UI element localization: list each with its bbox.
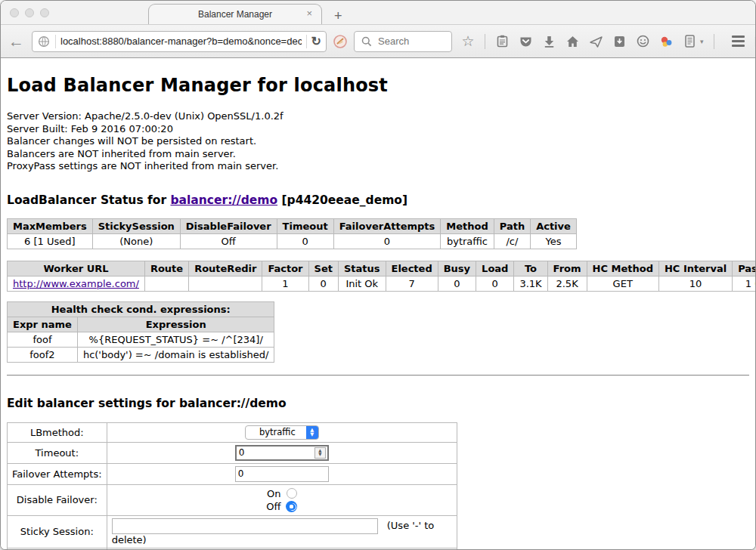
add-worker-label: Add New Worker: — [8, 548, 107, 549]
timeout-input[interactable] — [237, 447, 314, 458]
col-timeout: Timeout — [277, 218, 333, 233]
balancer-settings-form: LBmethod: bytraffic ▲▼ Timeout: ▲▼ — [7, 422, 457, 550]
notes-icon[interactable] — [683, 35, 696, 48]
zoom-window-button[interactable] — [40, 8, 49, 17]
new-tab-button[interactable]: + — [334, 9, 342, 23]
tab-close-icon[interactable]: × — [306, 8, 312, 19]
worker-table: Worker URL Route RouteRedir Factor Set S… — [7, 261, 755, 292]
chevron-down-icon[interactable]: ▾ — [700, 38, 704, 45]
window-controls[interactable] — [10, 8, 49, 17]
sticky-session-row: Sticky Session: (Use '-' to delete) — [8, 515, 457, 548]
lbmethod-row: LBmethod: bytraffic ▲▼ — [8, 422, 457, 442]
search-icon — [360, 35, 373, 48]
close-window-button[interactable] — [10, 8, 19, 17]
number-spinner-icon[interactable]: ▲▼ — [314, 447, 326, 459]
status-heading-suffix: [p4420eeae_demo] — [277, 193, 407, 207]
notice-inherit: Balancers are NOT inherited from main se… — [7, 148, 749, 161]
table-row: 6 [1 Used] (None) Off 0 0 bytraffic /c/ … — [8, 233, 577, 249]
url-input[interactable]: localhost:8880/balancer-manager?b=demo&n… — [60, 36, 302, 47]
toolbar-separator — [485, 34, 485, 49]
col-maxmembers: MaxMembers — [8, 218, 93, 233]
select-stepper-icon: ▲▼ — [306, 425, 318, 440]
server-info: Server Version: Apache/2.5.0-dev (Unix) … — [7, 110, 749, 173]
page-content: Load Balancer Manager for localhost Serv… — [1, 58, 755, 549]
timeout-row: Timeout: ▲▼ — [8, 442, 457, 463]
col-expr-name: Expr name — [8, 317, 78, 332]
disable-failover-label: Disable Failover: — [8, 484, 107, 515]
radio-on-label: On — [267, 487, 280, 500]
disable-failover-row: Disable Failover: On Off — [8, 484, 457, 515]
timeout-label: Timeout: — [8, 442, 107, 463]
add-worker-row: Add New Worker: Are you sure? — [8, 548, 457, 549]
notice-proxypass: ProxyPass settings are NOT inherited fro… — [7, 160, 749, 173]
lbmethod-selected-value: bytraffic — [246, 427, 306, 437]
clipboard-icon[interactable] — [495, 35, 509, 48]
col-path: Path — [494, 218, 530, 233]
minimize-window-button[interactable] — [25, 8, 34, 17]
col-active: Active — [531, 218, 577, 233]
urlbar-separator2 — [306, 35, 307, 48]
toolbar-icons: ☆ — [461, 34, 756, 49]
toolbar-separator2 — [714, 34, 714, 49]
table-header-row: Worker URL Route RouteRedir Factor Set S… — [8, 261, 756, 276]
color-palette-icon[interactable] — [659, 35, 673, 48]
tab-balancer-manager[interactable]: Balancer Manager × — [148, 4, 322, 24]
server-built: Server Built: Feb 9 2016 07:00:20 — [7, 123, 749, 136]
status-heading: LoadBalancer Status for balancer://demo … — [7, 193, 749, 207]
balancer-demo-link[interactable]: balancer://demo — [170, 193, 277, 207]
radio-off[interactable] — [286, 501, 297, 512]
lbmethod-label: LBmethod: — [8, 422, 107, 442]
timeout-input-wrap: ▲▼ — [235, 445, 329, 461]
sticky-session-label: Sticky Session: — [8, 515, 107, 548]
reload-icon[interactable]: ↻ — [311, 34, 321, 48]
col-expression: Expression — [77, 317, 274, 332]
browser-window: Balancer Manager × + ← localhost:8880/ba… — [0, 0, 756, 550]
reader-download-icon[interactable] — [612, 35, 626, 48]
table-row: http://www.example.com/ 1 0 Init Ok 7 0 … — [8, 276, 756, 291]
health-check-table: Health check cond. expressions: Expr nam… — [7, 301, 274, 363]
tab-bar: Balancer Manager × + — [1, 1, 755, 24]
col-disablefailover: DisableFailover — [180, 218, 277, 233]
globe-icon — [37, 35, 51, 48]
home-icon[interactable] — [565, 35, 579, 48]
url-bar[interactable]: localhost:8880/balancer-manager?b=demo&n… — [32, 31, 327, 52]
balancer-status-table: MaxMembers StickySession DisableFailover… — [7, 218, 577, 249]
radio-off-label: Off — [266, 500, 280, 513]
bookmark-star-icon[interactable]: ☆ — [461, 35, 475, 48]
server-version: Server Version: Apache/2.5.0-dev (Unix) … — [7, 110, 749, 123]
download-icon[interactable] — [542, 35, 556, 48]
col-failoverattempts: FailoverAttempts — [333, 218, 441, 233]
lbmethod-select[interactable]: bytraffic ▲▼ — [245, 425, 319, 440]
navigation-toolbar: ← localhost:8880/balancer-manager?b=demo… — [1, 24, 755, 58]
radio-on[interactable] — [287, 488, 297, 499]
urlbar-separator — [55, 35, 56, 48]
search-bar[interactable] — [354, 31, 452, 52]
col-method: Method — [441, 218, 494, 233]
edit-settings-heading: Edit balancer settings for balancer://de… — [7, 397, 749, 410]
failover-attempts-input[interactable] — [235, 466, 329, 482]
send-icon[interactable] — [589, 35, 603, 48]
tab-title: Balancer Manager — [198, 9, 272, 20]
pocket-icon[interactable] — [519, 35, 532, 48]
failover-attempts-label: Failover Attempts: — [8, 463, 107, 484]
col-stickysession: StickySession — [92, 218, 180, 233]
table-header-row: MaxMembers StickySession DisableFailover… — [8, 218, 577, 233]
failover-attempts-row: Failover Attempts: — [8, 463, 457, 484]
content-blocked-icon[interactable] — [333, 34, 348, 49]
back-button[interactable]: ← — [8, 32, 24, 51]
col-worker-url: Worker URL — [8, 261, 145, 276]
page-title: Load Balancer Manager for localhost — [7, 58, 749, 96]
menu-button[interactable] — [732, 36, 745, 47]
status-heading-prefix: LoadBalancer Status for — [7, 193, 170, 207]
search-input[interactable] — [378, 36, 446, 47]
table-row: foof2 hc('body') =~ /domain is establish… — [8, 347, 274, 362]
smiley-icon[interactable] — [636, 35, 649, 48]
divider — [7, 375, 749, 376]
table-header-row: Expr name Expression — [8, 317, 274, 332]
health-table-title: Health check cond. expressions: — [8, 301, 274, 317]
sticky-session-input[interactable] — [112, 518, 378, 534]
notice-persist: Balancer changes will NOT be persisted o… — [7, 135, 749, 148]
table-row: foof %{REQUEST_STATUS} =~ /^[234]/ — [8, 332, 274, 347]
worker-url-link[interactable]: http://www.example.com/ — [13, 278, 139, 289]
